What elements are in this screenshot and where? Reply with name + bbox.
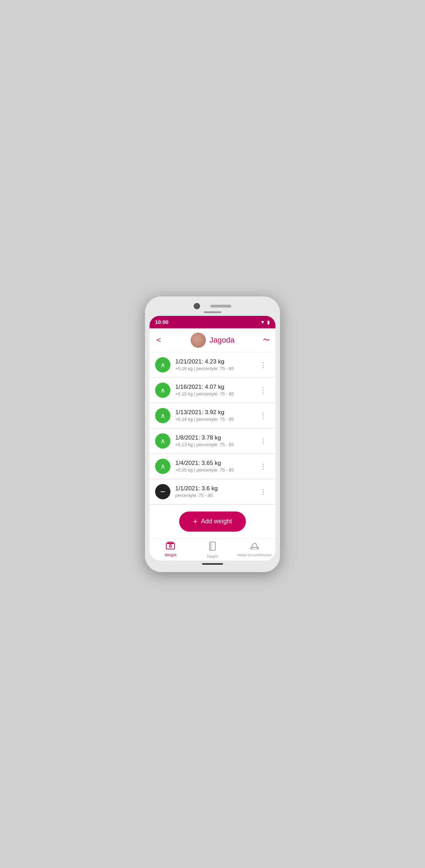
item-icon: ∧ xyxy=(155,357,170,372)
item-detail-text: percentyle: 75 - 85 xyxy=(175,493,252,498)
nav-label-height: Height xyxy=(207,554,218,558)
status-time: 10:00 xyxy=(155,319,168,325)
phone-pill xyxy=(204,311,221,313)
item-detail-text: +0.05 kg | percentyle: 75 - 85 xyxy=(175,467,252,473)
avatar xyxy=(191,333,206,348)
nav-item-weight[interactable]: Weight xyxy=(150,542,192,558)
item-main-text: 1/8/2021: 3.78 kg xyxy=(175,434,221,441)
chart-icon[interactable]: 〜 xyxy=(263,335,270,345)
item-icon: ∧ xyxy=(155,433,170,449)
add-button-wrap: + Add weight xyxy=(150,505,275,539)
item-menu-button[interactable]: ⋮ xyxy=(257,410,270,421)
nav-label-head: Head circumference xyxy=(237,553,271,557)
phone-camera xyxy=(194,303,200,309)
avatar-image xyxy=(191,333,206,348)
item-main-text: 1/1/2021: 3.6 kg xyxy=(175,485,218,492)
list-item: ∧1/8/2021: 3.78 kg+0.13 kg | percentyle:… xyxy=(150,428,275,454)
item-content: 1/21/2021: 4.23 kg+0.16 kg | percentyle:… xyxy=(175,358,252,371)
nav-item-height[interactable]: Height xyxy=(192,542,234,558)
home-indicator xyxy=(202,563,223,565)
list-item: −1/1/2021: 3.6 kgpercentyle: 75 - 85⋮ xyxy=(150,479,275,505)
list-item: ∧1/16/2021: 4.07 kg+0.15 kg | percentyle… xyxy=(150,378,275,403)
item-content: 1/13/2021: 3.92 kg+0.14 kg | percentyle:… xyxy=(175,409,252,422)
list-item: ∧1/21/2021: 4.23 kg+0.16 kg | percentyle… xyxy=(150,352,275,378)
bottom-nav: Weight Height Head circumference xyxy=(150,539,275,560)
item-menu-button[interactable]: ⋮ xyxy=(257,461,270,472)
add-button-label: Add weight xyxy=(201,518,232,525)
minus-icon: − xyxy=(160,487,165,496)
item-icon: − xyxy=(155,484,170,499)
item-detail-text: +0.13 kg | percentyle: 75 - 85 xyxy=(175,442,252,447)
item-menu-button[interactable]: ⋮ xyxy=(257,359,270,370)
header-center: Jagoda xyxy=(191,333,234,348)
phone-top-bar xyxy=(150,303,275,309)
item-main-text: 1/16/2021: 4.07 kg xyxy=(175,384,224,390)
wifi-icon: ▼ xyxy=(260,319,265,325)
up-arrow-icon: ∧ xyxy=(160,437,166,444)
status-icons: ▼ ▮ xyxy=(260,319,270,325)
item-content: 1/16/2021: 4.07 kg+0.15 kg | percentyle:… xyxy=(175,384,252,396)
status-bar: 10:00 ▼ ▮ xyxy=(150,316,275,328)
up-arrow-icon: ∧ xyxy=(160,361,166,368)
header: < Jagoda 〜 xyxy=(150,328,275,352)
measurement-list: ∧1/21/2021: 4.23 kg+0.16 kg | percentyle… xyxy=(150,352,275,505)
nav-icon-height xyxy=(209,542,216,553)
plus-icon: + xyxy=(193,517,198,526)
battery-icon: ▮ xyxy=(267,319,270,325)
phone-frame: 10:00 ▼ ▮ < Jagoda 〜 ∧1/21/2021: 4.23 kg… xyxy=(145,296,280,572)
item-menu-button[interactable]: ⋮ xyxy=(257,435,270,447)
item-content: 1/8/2021: 3.78 kg+0.13 kg | percentyle: … xyxy=(175,434,252,447)
item-menu-button[interactable]: ⋮ xyxy=(257,486,270,497)
item-menu-button[interactable]: ⋮ xyxy=(257,385,270,396)
add-weight-button[interactable]: + Add weight xyxy=(179,511,246,532)
nav-label-weight: Weight xyxy=(165,553,176,557)
item-detail-text: +0.14 kg | percentyle: 75 - 85 xyxy=(175,417,252,422)
profile-name: Jagoda xyxy=(209,336,234,345)
phone-screen: 10:00 ▼ ▮ < Jagoda 〜 ∧1/21/2021: 4.23 kg… xyxy=(150,316,275,560)
nav-icon-head xyxy=(250,542,259,551)
nav-icon-weight xyxy=(166,542,175,551)
back-button[interactable]: < xyxy=(155,334,162,346)
list-item: ∧1/13/2021: 3.92 kg+0.14 kg | percentyle… xyxy=(150,403,275,428)
up-arrow-icon: ∧ xyxy=(160,387,166,394)
item-main-text: 1/13/2021: 3.92 kg xyxy=(175,409,224,416)
item-icon: ∧ xyxy=(155,383,170,398)
svg-point-3 xyxy=(169,545,171,547)
phone-speaker xyxy=(210,305,231,308)
list-item: ∧1/4/2021: 3.65 kg+0.05 kg | percentyle:… xyxy=(150,454,275,479)
item-detail-text: +0.16 kg | percentyle: 75 - 85 xyxy=(175,366,252,371)
item-content: 1/1/2021: 3.6 kgpercentyle: 75 - 85 xyxy=(175,485,252,498)
item-main-text: 1/4/2021: 3.65 kg xyxy=(175,460,221,466)
up-arrow-icon: ∧ xyxy=(160,463,166,470)
item-content: 1/4/2021: 3.65 kg+0.05 kg | percentyle: … xyxy=(175,460,252,473)
item-main-text: 1/21/2021: 4.23 kg xyxy=(175,358,224,365)
item-icon: ∧ xyxy=(155,408,170,423)
item-detail-text: +0.15 kg | percentyle: 75 - 85 xyxy=(175,391,252,396)
up-arrow-icon: ∧ xyxy=(160,412,166,419)
nav-item-head[interactable]: Head circumference xyxy=(233,542,275,558)
item-icon: ∧ xyxy=(155,459,170,474)
